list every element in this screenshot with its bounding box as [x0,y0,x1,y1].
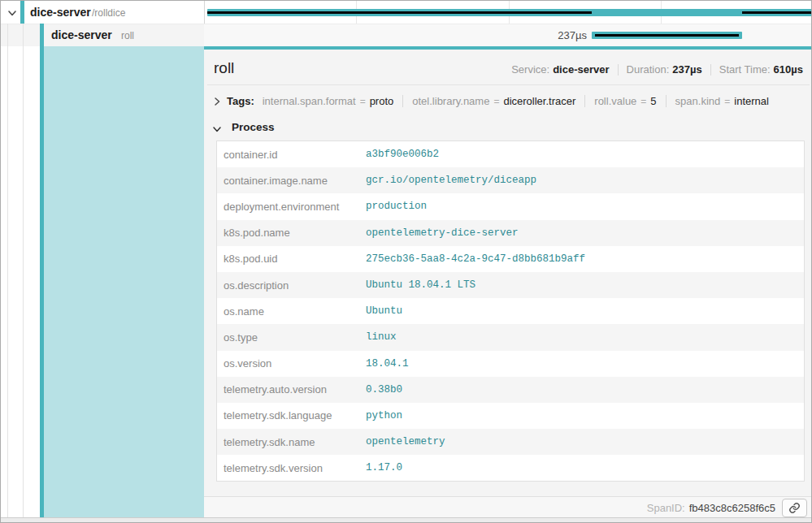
kv-key: container.image.name [224,175,366,187]
table-row: telemetry.sdk.name opentelemetry [217,429,804,455]
copy-link-button[interactable] [782,499,807,517]
span-timeline-cell [204,1,812,24]
kv-value: a3bf90e006b2 [366,149,797,160]
operation-name: /rolldice [92,7,125,19]
table-row: os.type linux [217,324,804,350]
kv-value: python [366,410,797,421]
tag-separator [584,95,585,107]
span-name-cell[interactable]: dice-server /rolldice [1,1,204,24]
service-value: dice-server [553,63,609,76]
span-timeline-cell: 237µs [204,24,812,46]
tags-label: Tags: [227,95,254,107]
process-accordion[interactable]: Process [212,121,803,133]
kv-key: telemetry.sdk.language [224,409,366,421]
process-key-value-table: container.id a3bf90e006b2 container.imag… [216,140,805,482]
tag-value: proto [370,95,394,107]
duration-value: 237µs [672,63,701,76]
critical-path-segment [595,34,739,37]
critical-path-segment [207,11,592,14]
kv-value: 1.17.0 [366,462,797,473]
start-time-label: Start Time: [719,63,771,76]
chevron-down-icon[interactable] [7,7,18,19]
kv-key: k8s.pod.name [224,227,366,239]
kv-key: telemetry.sdk.version [224,462,366,474]
kv-key: os.version [224,357,366,370]
tag-equals: = [640,96,646,107]
indent-guide [23,24,24,518]
meta-separator [618,64,619,76]
row-divider [1,24,811,24]
tag-separator [666,95,667,107]
kv-key: k8s.pod.uid [224,253,366,265]
tags-accordion[interactable]: Tags: internal.span.format = proto otel.… [212,95,803,107]
span-color-bar [20,1,24,24]
indent-guide [7,24,8,518]
kv-key: os.type [224,331,366,344]
span-name-cell[interactable]: dice-server roll [1,24,204,46]
jaeger-trace-detail-view: dice-server /rolldice dice-server roll 2… [0,0,812,523]
tag-chip: span.kind = internal [675,95,769,107]
span-detail-panel: roll Service: dice-server Duration: 237µ… [204,46,812,518]
table-row: container.id a3bf90e006b2 [217,141,804,167]
process-label: Process [232,121,275,133]
kv-value: Ubuntu 18.04.1 LTS [366,279,797,291]
tag-equals: = [724,96,730,107]
span-row-rolldice: dice-server /rolldice [1,1,811,24]
tag-chip: internal.span.format = proto [263,95,394,107]
kv-key: os.name [224,305,366,318]
kv-value: 0.38b0 [366,384,797,395]
span-detail-footer: SpanID: fb483c8c6258f6c5 [204,496,812,518]
tag-value: internal [734,95,769,107]
span-meta: Service: dice-server Duration: 237µs Sta… [511,63,803,76]
tag-separator [402,95,403,107]
span-id-label: SpanID: [647,502,685,514]
link-icon [788,502,801,514]
tag-key: otel.library.name [412,95,489,107]
start-time-value: 610µs [774,63,803,76]
tag-value: 5 [650,95,656,107]
span-id-value: fb483c8c6258f6c5 [689,502,775,514]
service-label: Service: [511,63,549,76]
table-row: k8s.pod.name opentelemetry-dice-server [217,220,804,246]
kv-key: container.id [224,149,366,161]
table-row: os.version 18.04.1 [217,351,804,377]
kv-value: opentelemetry [366,436,797,447]
table-row: os.name Ubuntu [217,298,804,324]
tag-chip: otel.library.name = diceroller.tracer [412,95,575,107]
page-bottom-strip [1,517,811,522]
kv-value: linux [366,331,797,343]
span-duration-label: 237µs [497,29,587,41]
table-row: telemetry.sdk.language python [217,403,804,429]
selected-span-fill [44,46,204,518]
tag-equals: = [493,96,499,107]
table-row: deployment.environment production [217,193,804,219]
kv-value: 18.04.1 [366,358,797,370]
span-operation-title: roll [214,59,234,77]
kv-value: Ubuntu [366,305,797,317]
service-name: dice-server [51,28,112,41]
kv-key: os.description [224,279,366,292]
kv-key: telemetry.auto.version [224,383,366,395]
kv-value: opentelemetry-dice-server [366,227,797,239]
operation-name: roll [121,30,134,41]
table-row: telemetry.auto.version 0.38b0 [217,377,804,403]
table-row: os.description Ubuntu 18.04.1 LTS [217,272,804,298]
tag-equals: = [360,96,366,107]
chevron-right-icon [212,97,222,106]
span-detail-header: roll Service: dice-server Duration: 237µ… [204,50,812,77]
chevron-down-icon [212,123,222,132]
kv-value: gcr.io/opentelemetry/diceapp [366,175,797,186]
kv-key: deployment.environment [224,201,366,213]
span-row-roll: dice-server roll 237µs [1,24,811,46]
table-row: telemetry.sdk.version 1.17.0 [217,455,804,481]
service-name: dice-server [30,6,91,19]
meta-separator [710,64,711,76]
tag-key: roll.value [594,95,636,107]
kv-key: telemetry.sdk.name [224,436,366,448]
tag-value: diceroller.tracer [503,95,575,107]
tag-key: span.kind [675,95,721,107]
table-row: k8s.pod.uid 275ecb36-5aa8-4c2a-9c47-d8bb… [217,246,804,272]
duration-label: Duration: [627,63,670,76]
tag-key: internal.span.format [263,95,356,107]
header-divider [207,84,810,85]
